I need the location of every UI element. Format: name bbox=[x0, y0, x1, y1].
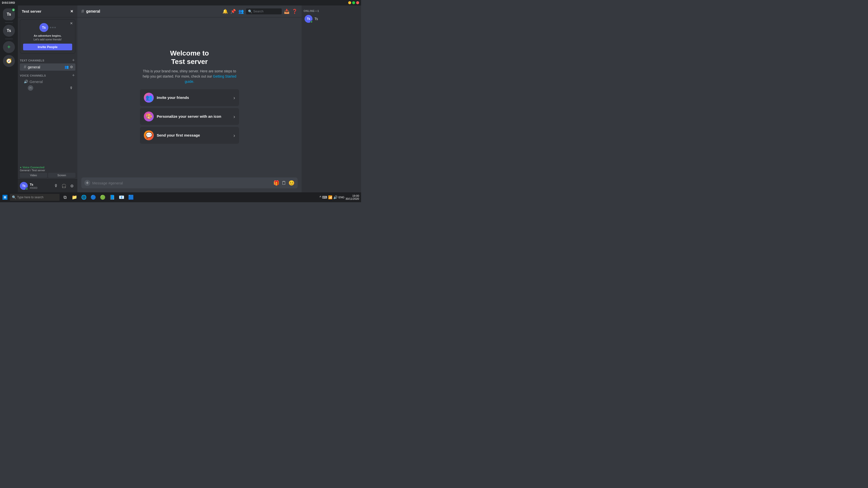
user-settings-button[interactable]: ⚙ bbox=[68, 183, 75, 189]
systray-up-arrow[interactable]: ^ bbox=[320, 195, 321, 199]
invite-popup-line2: Let's add some friends! bbox=[33, 38, 62, 41]
volume-icon[interactable]: 🔊 bbox=[333, 195, 338, 199]
server-header[interactable]: Test server ✕ bbox=[18, 5, 78, 18]
start-button[interactable]: ⊞ bbox=[1, 193, 9, 201]
guild-sidebar: Ts 1 Ts + 🧭 bbox=[0, 5, 18, 192]
user-discriminator: #0000 bbox=[30, 186, 37, 189]
minimize-button[interactable] bbox=[348, 1, 351, 4]
user-initials: Ts bbox=[22, 184, 25, 188]
dot-3 bbox=[54, 27, 56, 28]
welcome-title-line1: Welcome to bbox=[170, 49, 209, 57]
taskbar-app-outlook[interactable]: 📧 bbox=[117, 193, 126, 202]
gif-button[interactable]: 🎁 bbox=[273, 180, 279, 186]
text-channels-category[interactable]: TEXT CHANNELS + bbox=[18, 58, 78, 63]
taskbar-app-file-explorer[interactable]: 📁 bbox=[70, 193, 79, 202]
taskbar-app-sheets[interactable]: 🟢 bbox=[98, 193, 107, 202]
online-user-item[interactable]: Ts Ts bbox=[303, 13, 360, 24]
add-member-button[interactable]: 👥 bbox=[64, 65, 68, 69]
task-view-button[interactable]: ⧉ bbox=[61, 193, 69, 202]
add-voice-channel-button[interactable]: + bbox=[71, 74, 75, 77]
voice-connected-actions: Video Screen bbox=[20, 173, 75, 178]
clock-date: 30/11/2020 bbox=[345, 197, 359, 200]
video-button[interactable]: Video bbox=[20, 173, 47, 178]
taskbar-app-edge[interactable]: 🌐 bbox=[80, 193, 88, 202]
network-icon[interactable]: 📶 bbox=[328, 195, 332, 199]
welcome-title-line2: Test server bbox=[171, 58, 208, 65]
guild-separator bbox=[5, 22, 13, 23]
welcome-action-personalize[interactable]: 🎨 Personalize your server with an icon › bbox=[140, 108, 239, 125]
screen-share-button[interactable]: Screen bbox=[48, 173, 75, 178]
mute-button[interactable]: 🎙 bbox=[53, 183, 60, 189]
explore-servers-button[interactable]: 🧭 bbox=[3, 55, 15, 67]
add-attachment-button[interactable]: + bbox=[84, 180, 90, 186]
channel-item-general[interactable]: # general 👥 ⚙ bbox=[20, 63, 75, 71]
inbox-button[interactable]: 📥 bbox=[284, 8, 290, 14]
personalize-action-title: Personalize your server with an icon bbox=[157, 114, 230, 119]
message-action-title: Send your first message bbox=[157, 133, 230, 137]
message-input-box: + 🎁 🗒 😊 bbox=[81, 177, 298, 188]
voice-user-item[interactable]: 🎮 🎙 bbox=[20, 85, 75, 91]
welcome-container: Welcome to Test server This is your bran… bbox=[135, 44, 244, 151]
search-box[interactable]: 🔍 Search bbox=[246, 8, 282, 14]
home-label: Ts bbox=[7, 12, 11, 17]
username: Ts bbox=[30, 183, 37, 186]
notification-bell-button[interactable]: 🔔 bbox=[222, 8, 228, 14]
sticker-button[interactable]: 🗒 bbox=[281, 180, 286, 186]
settings-button[interactable]: ⚙ bbox=[69, 65, 73, 69]
user-status-indicator bbox=[26, 188, 28, 190]
member-list-button[interactable]: 👥 bbox=[238, 8, 244, 14]
user-controls: 🎙 🎧 ⚙ bbox=[53, 183, 75, 189]
message-input-actions: 🎁 🗒 😊 bbox=[273, 180, 294, 186]
add-server-button[interactable]: + bbox=[3, 41, 15, 53]
voice-connected-label: Voice Connected bbox=[23, 166, 44, 169]
help-button[interactable]: ❓ bbox=[292, 8, 298, 14]
text-channels-label: TEXT CHANNELS bbox=[20, 59, 44, 62]
messages-area: Welcome to Test server This is your bran… bbox=[78, 18, 302, 177]
sheets-icon: 🟢 bbox=[100, 195, 105, 200]
welcome-action-invite[interactable]: 👥 Invite your friends › bbox=[140, 89, 239, 106]
guild-separator-2 bbox=[5, 39, 13, 39]
voice-channel-name-general: General bbox=[30, 79, 73, 84]
voice-channels-category[interactable]: VOICE CHANNELS + bbox=[18, 73, 78, 78]
add-icon: + bbox=[7, 44, 11, 50]
window-controls[interactable] bbox=[348, 1, 359, 4]
deafen-button[interactable]: 🎧 bbox=[61, 183, 67, 189]
close-button[interactable] bbox=[356, 1, 359, 4]
taskbar-apps: ⧉ 📁 🌐 🔵 🟢 📘 📧 🟦 bbox=[61, 193, 135, 202]
taskbar-app-extra[interactable]: 🟦 bbox=[126, 193, 135, 202]
right-sidebar: ONLINE—1 Ts Ts bbox=[302, 5, 361, 192]
task-view-icon: ⧉ bbox=[63, 195, 67, 200]
guild-label: Ts bbox=[7, 29, 11, 33]
taskbar-app-word[interactable]: 📘 bbox=[107, 193, 117, 202]
chrome-icon: 🔵 bbox=[91, 195, 96, 200]
guild-item-test-server[interactable]: Ts bbox=[3, 25, 15, 37]
guild-item-home[interactable]: Ts 1 bbox=[3, 8, 15, 20]
voice-user-avatar: 🎮 bbox=[28, 85, 33, 91]
search-placeholder: Search bbox=[253, 9, 264, 13]
channel-item-voice-general[interactable]: 🔊 General bbox=[20, 78, 75, 85]
channel-header: # general 🔔 📌 👥 🔍 Search 📥 ❓ bbox=[78, 5, 302, 18]
app-logo: DISCORD bbox=[2, 1, 15, 4]
taskbar-search-icon: 🔍 bbox=[12, 195, 16, 199]
taskbar-app-chrome[interactable]: 🔵 bbox=[89, 193, 98, 202]
emoji-button[interactable]: 😊 bbox=[288, 180, 294, 186]
pin-button[interactable]: 📌 bbox=[230, 8, 236, 14]
guild-badge: 1 bbox=[11, 8, 16, 12]
message-input[interactable] bbox=[92, 181, 271, 185]
personalize-action-text: Personalize your server with an icon bbox=[157, 114, 230, 119]
welcome-action-message[interactable]: 💬 Send your first message › bbox=[140, 127, 239, 144]
add-text-channel-button[interactable]: + bbox=[71, 59, 75, 62]
lang-label: ENG bbox=[339, 196, 344, 199]
maximize-button[interactable] bbox=[352, 1, 355, 4]
keyboard-icon[interactable]: ⌨ bbox=[322, 195, 327, 199]
message-chevron-icon: › bbox=[234, 133, 235, 138]
send-message-icon: 💬 bbox=[144, 130, 154, 140]
invite-people-button[interactable]: Invite People bbox=[23, 44, 72, 50]
invite-popup-line1: An adventure begins. bbox=[23, 34, 72, 38]
voice-channel-icon: 🔊 bbox=[24, 79, 28, 84]
channel-name-general: general bbox=[28, 65, 63, 69]
message-action-text: Send your first message bbox=[157, 133, 230, 138]
channel-header-right: 🔔 📌 👥 🔍 Search 📥 ❓ bbox=[222, 8, 298, 14]
taskbar: ⊞ 🔍 Type here to search ⧉ 📁 🌐 🔵 🟢 📘 📧 🟦 bbox=[0, 192, 361, 202]
taskbar-search[interactable]: 🔍 Type here to search bbox=[10, 194, 60, 201]
